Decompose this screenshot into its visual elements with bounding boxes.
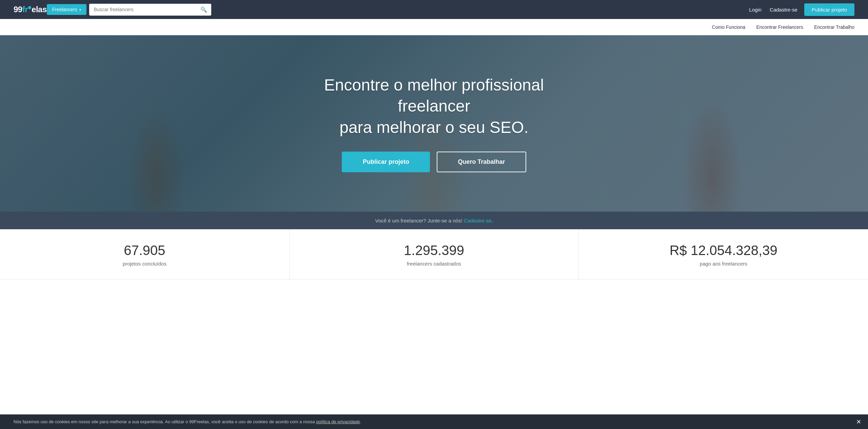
hero-section: Encontre o melhor profissional freelance… xyxy=(0,35,868,212)
stat-freelancers: 1.295.399 freelancers cadastrados xyxy=(290,229,579,279)
search-button[interactable]: 🔍 xyxy=(196,4,211,16)
cta-bar: Você é um freelancer? Junte-se a nós! Ca… xyxy=(0,212,868,229)
cta-register-link[interactable]: Cadastre-se xyxy=(464,218,492,223)
subnav-item-encontrar-freelancers[interactable]: Encontrar Freelancers xyxy=(756,24,803,30)
freelancers-btn-label: Freelancers xyxy=(52,7,77,12)
navbar: 99frelas Freelancers ▾ 🔍 Login Cadastre-… xyxy=(0,0,868,19)
logo-ear-icon xyxy=(28,6,31,9)
hero-content: Encontre o melhor profissional freelance… xyxy=(295,75,573,172)
hero-publish-button[interactable]: Publicar projeto xyxy=(342,152,430,172)
subnav-item-como-funciona[interactable]: Como Funciona xyxy=(712,24,746,30)
stats-section: 67.905 projetos concluídos 1.295.399 fre… xyxy=(0,229,868,279)
stat-projects: 67.905 projetos concluídos xyxy=(0,229,290,279)
stat-freelancers-number: 1.295.399 xyxy=(296,243,572,258)
stat-projects-number: 67.905 xyxy=(7,243,282,258)
cta-text: Você é um freelancer? Junte-se a nós! xyxy=(375,218,462,223)
stat-freelancers-label: freelancers cadastrados xyxy=(407,261,461,267)
hero-work-button[interactable]: Quero Trabalhar xyxy=(437,152,526,172)
logo: 99frelas xyxy=(14,5,47,14)
publish-project-nav-button[interactable]: Publicar projeto xyxy=(804,3,854,16)
search-bar: 🔍 xyxy=(89,4,211,16)
login-button[interactable]: Login xyxy=(749,7,762,13)
stat-projects-label: projetos concluídos xyxy=(123,261,166,267)
hero-buttons: Publicar projeto Quero Trabalhar xyxy=(302,152,566,172)
subnav: Como Funciona Encontrar Freelancers Enco… xyxy=(0,19,868,35)
search-input[interactable] xyxy=(89,4,196,15)
stat-paid-label: pago aos freelancers xyxy=(700,261,747,267)
stat-paid: R$ 12.054.328,39 pago aos freelancers xyxy=(579,229,868,279)
search-icon: 🔍 xyxy=(200,7,207,13)
chevron-down-icon: ▾ xyxy=(79,8,81,12)
subnav-item-encontrar-trabalho[interactable]: Encontrar Trabalho xyxy=(814,24,854,30)
register-button[interactable]: Cadastre-se xyxy=(770,7,797,13)
stat-paid-number: R$ 12.054.328,39 xyxy=(586,243,861,258)
hero-title: Encontre o melhor profissional freelance… xyxy=(302,75,566,138)
freelancers-dropdown-button[interactable]: Freelancers ▾ xyxy=(47,4,86,15)
